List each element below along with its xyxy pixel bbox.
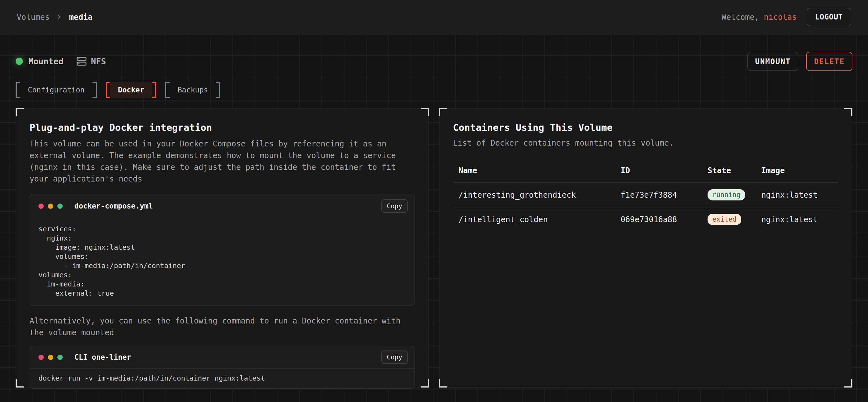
tab-configuration[interactable]: Configuration xyxy=(16,82,97,98)
filesystem-type: NFS xyxy=(76,56,106,67)
server-icon xyxy=(76,56,87,67)
container-name: /intelligent_colden xyxy=(453,207,621,231)
username: nicolas xyxy=(764,12,797,22)
copy-compose-button[interactable]: Copy xyxy=(381,199,408,213)
panel-corner xyxy=(439,379,447,388)
tab-bracket-left xyxy=(165,82,169,98)
column-header-state: State xyxy=(708,161,761,182)
mounted-status-dot xyxy=(16,58,23,65)
tab-docker[interactable]: Docker xyxy=(106,82,157,98)
traffic-dot-red-icon xyxy=(38,355,44,360)
status-badge: running xyxy=(708,189,745,200)
unmount-button[interactable]: UNMOUNT xyxy=(747,52,799,71)
tab-bracket-left xyxy=(16,82,20,98)
column-header-image: Image xyxy=(761,161,838,182)
panel-corner xyxy=(421,379,429,388)
traffic-dot-amber-icon xyxy=(48,203,53,209)
container-name: /interesting_grothendieck xyxy=(453,182,621,207)
mounted-status-label: Mounted xyxy=(28,57,63,66)
traffic-dot-red-icon xyxy=(38,203,44,209)
cli-code: docker run -v im-media:/path/in/containe… xyxy=(30,369,414,388)
compose-code: services: nginx: image: nginx:latest vol… xyxy=(30,218,414,305)
volume-status-group: Mounted NFS xyxy=(16,56,106,67)
container-image: nginx:latest xyxy=(761,182,838,207)
volume-actions: UNMOUNT DELETE xyxy=(747,52,852,71)
tab-bracket-left xyxy=(106,82,110,98)
containers-panel-title: Containers Using This Volume xyxy=(453,122,838,134)
traffic-dot-amber-icon xyxy=(48,355,53,360)
tab-bar: Configuration Docker Backups xyxy=(16,82,852,98)
filesystem-label: NFS xyxy=(91,57,106,66)
cli-intro-text: Alternatively, you can use the following… xyxy=(30,315,415,338)
delete-button[interactable]: DELETE xyxy=(806,52,852,71)
tab-backups[interactable]: Backups xyxy=(165,82,220,98)
container-state-cell: exited xyxy=(708,207,761,231)
container-row: /interesting_grothendieck f1e73e7f3884 r… xyxy=(453,182,838,207)
header-right: Welcome, nicolas LOGOUT xyxy=(721,8,851,26)
tab-bracket-right xyxy=(152,82,156,98)
compose-filename: docker-compose.yml xyxy=(74,202,153,210)
welcome-prefix: Welcome, xyxy=(721,12,759,22)
cli-code-header: CLI one-liner Copy xyxy=(30,346,414,369)
panel-corner xyxy=(439,108,447,116)
docker-panel-title: Plug-and-play Docker integration xyxy=(30,122,415,134)
cli-code-block: CLI one-liner Copy docker run -v im-medi… xyxy=(30,346,415,389)
chevron-right-icon xyxy=(56,13,63,21)
containers-table-header-row: Name ID State Image xyxy=(453,161,838,182)
containers-panel-subtitle: List of Docker containers mounting this … xyxy=(453,137,838,149)
panel-corner xyxy=(16,379,24,388)
traffic-dot-green-icon xyxy=(57,203,63,209)
column-header-name: Name xyxy=(453,161,621,182)
tab-docker-label: Docker xyxy=(110,82,152,98)
container-row: /intelligent_colden 069e73016a88 exited … xyxy=(453,207,838,231)
logout-button[interactable]: LOGOUT xyxy=(807,8,851,26)
top-bar: Volumes media Welcome, nicolas LOGOUT xyxy=(0,0,868,35)
container-state-cell: running xyxy=(708,182,761,207)
docker-integration-panel: Plug-and-play Docker integration This vo… xyxy=(16,108,429,388)
panel-corner xyxy=(844,108,852,116)
containers-table: Name ID State Image /interesting_grothen… xyxy=(453,161,838,231)
volume-toolbar: Mounted NFS UNMOUNT DELETE xyxy=(16,52,852,71)
panel-corner xyxy=(844,379,852,388)
column-header-id: ID xyxy=(621,161,708,182)
breadcrumb-current: media xyxy=(69,12,92,22)
cli-filename: CLI one-liner xyxy=(74,353,131,361)
tab-bracket-right xyxy=(92,82,97,98)
container-id: 069e73016a88 xyxy=(621,207,708,231)
tab-bracket-right xyxy=(216,82,220,98)
main-content: Mounted NFS UNMOUNT DELETE Configuration xyxy=(0,35,868,402)
compose-code-block: docker-compose.yml Copy services: nginx:… xyxy=(30,194,415,306)
docker-panel-description: This volume can be used in your Docker C… xyxy=(30,138,415,185)
breadcrumb-volumes-link[interactable]: Volumes xyxy=(17,12,50,22)
breadcrumb: Volumes media xyxy=(17,12,92,22)
window-dots xyxy=(38,355,63,360)
tab-configuration-label: Configuration xyxy=(20,82,92,98)
copy-cli-button[interactable]: Copy xyxy=(381,350,408,364)
tab-backups-label: Backups xyxy=(169,82,216,98)
containers-panel: Containers Using This Volume List of Doc… xyxy=(439,108,852,388)
panel-corner xyxy=(16,108,24,116)
compose-code-header: docker-compose.yml Copy xyxy=(30,194,414,218)
status-badge: exited xyxy=(708,214,741,225)
container-image: nginx:latest xyxy=(761,207,838,231)
traffic-dot-green-icon xyxy=(57,355,63,360)
welcome-text: Welcome, nicolas xyxy=(721,12,797,22)
window-dots xyxy=(38,203,63,209)
panel-corner xyxy=(421,108,429,116)
panels-row: Plug-and-play Docker integration This vo… xyxy=(16,108,852,388)
container-id: f1e73e7f3884 xyxy=(621,182,708,207)
